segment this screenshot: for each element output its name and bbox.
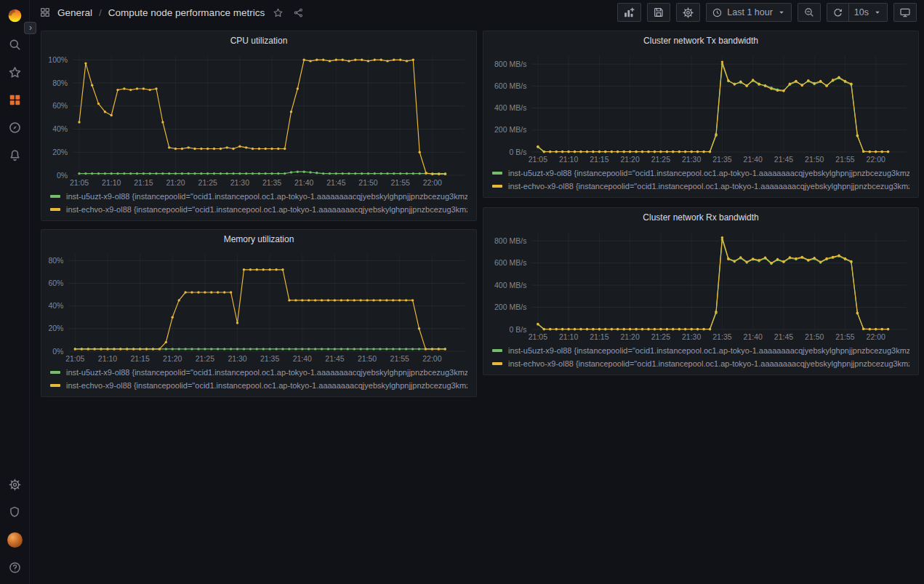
sidebar-expand-button[interactable]: › <box>24 22 36 34</box>
user-avatar <box>7 532 23 548</box>
panel-header[interactable]: Memory utilization <box>41 230 476 249</box>
gear-icon <box>682 7 694 19</box>
svg-text:21:20: 21:20 <box>163 354 182 363</box>
svg-text:21:30: 21:30 <box>682 332 701 341</box>
svg-text:21:10: 21:10 <box>559 155 578 164</box>
panel-title: Cluster network Rx bandwidth <box>643 212 758 223</box>
svg-text:40%: 40% <box>52 124 68 133</box>
bell-icon <box>8 148 22 162</box>
legend-item[interactable]: inst-u5uzt-x9-ol88 {instancepoolid="ocid… <box>50 190 467 203</box>
svg-text:21:40: 21:40 <box>294 178 313 187</box>
apps-grid-icon <box>39 7 51 18</box>
sidebar-item-help[interactable] <box>0 553 29 581</box>
svg-text:600 MB/s: 600 MB/s <box>494 258 526 267</box>
sidebar <box>0 0 30 584</box>
breadcrumb-section[interactable]: General <box>57 7 92 18</box>
svg-text:60%: 60% <box>52 101 68 110</box>
svg-text:0 B/s: 0 B/s <box>509 325 526 334</box>
refresh-interval-label: 10s <box>854 7 869 17</box>
svg-text:20%: 20% <box>48 324 63 332</box>
sidebar-item-alerting[interactable] <box>0 141 29 169</box>
legend-item[interactable]: inst-u5uzt-x9-ol88 {instancepoolid="ocid… <box>492 167 909 180</box>
svg-text:21:45: 21:45 <box>774 332 793 341</box>
sidebar-item-dashboards[interactable] <box>0 86 29 113</box>
save-dashboard-button[interactable] <box>647 3 670 22</box>
time-range-picker[interactable]: Last 1 hour <box>706 3 792 22</box>
svg-text:21:55: 21:55 <box>835 155 854 164</box>
legend-item[interactable]: inst-echvo-x9-ol88 {instancepoolid="ocid… <box>492 357 909 370</box>
breadcrumb-dashboard-title: Compute node performance metrics <box>108 7 265 18</box>
svg-text:22:00: 22:00 <box>867 155 885 164</box>
legend-label: inst-u5uzt-x9-ol88 {instancepoolid="ocid… <box>508 346 909 355</box>
svg-text:21:50: 21:50 <box>358 178 377 187</box>
gear-icon <box>8 478 22 492</box>
panel-header[interactable]: Cluster network Tx bandwidth <box>483 31 918 50</box>
svg-text:600 MB/s: 600 MB/s <box>494 81 526 90</box>
svg-text:60%: 60% <box>48 279 63 287</box>
panel-legend: inst-u5uzt-x9-ol88 {instancepoolid="ocid… <box>483 165 918 197</box>
tv-mode-button[interactable] <box>893 3 917 22</box>
svg-text:100%: 100% <box>48 55 68 64</box>
svg-text:22:00: 22:00 <box>867 332 885 341</box>
dashboards-grid-icon <box>8 93 22 107</box>
share-icon <box>293 7 304 18</box>
cpu-utilization-chart[interactable]: 21:0521:1021:1521:2021:2521:3021:3521:40… <box>47 50 470 188</box>
svg-text:21:30: 21:30 <box>230 178 249 187</box>
caret-down-icon <box>873 8 882 17</box>
svg-text:20%: 20% <box>52 148 68 156</box>
breadcrumb: General / Compute node performance metri… <box>39 7 265 18</box>
sidebar-item-explore[interactable] <box>0 113 29 141</box>
svg-text:400 MB/s: 400 MB/s <box>494 281 526 289</box>
svg-text:40%: 40% <box>48 301 63 310</box>
svg-text:21:45: 21:45 <box>774 155 793 164</box>
legend-item[interactable]: inst-echvo-x9-ol88 {instancepoolid="ocid… <box>492 180 909 193</box>
legend-swatch <box>492 362 502 365</box>
dashboard-settings-button[interactable] <box>676 3 700 22</box>
sidebar-item-configuration[interactable] <box>0 471 29 498</box>
panel-add-icon <box>623 7 635 19</box>
legend-swatch <box>50 371 60 374</box>
network-rx-chart[interactable]: 21:0521:1021:1521:2021:2521:3021:3521:40… <box>489 227 912 343</box>
panel-network-tx-bandwidth: Cluster network Tx bandwidth 21:0521:102… <box>483 31 919 198</box>
share-dashboard-button[interactable] <box>292 6 305 20</box>
sidebar-item-profile[interactable] <box>0 526 29 553</box>
legend-swatch <box>492 349 502 352</box>
star-dashboard-button[interactable] <box>271 6 285 20</box>
star-icon <box>8 65 22 79</box>
add-panel-button[interactable] <box>617 3 641 22</box>
refresh-button[interactable] <box>827 3 849 22</box>
panel-title: Cluster network Tx bandwidth <box>643 36 758 46</box>
legend-label: inst-u5uzt-x9-ol88 {instancepoolid="ocid… <box>508 169 909 177</box>
sidebar-item-search[interactable] <box>0 31 29 58</box>
svg-text:21:30: 21:30 <box>682 155 701 164</box>
zoom-out-button[interactable] <box>798 3 821 22</box>
top-navbar: General / Compute node performance metri… <box>30 0 924 25</box>
svg-text:800 MB/s: 800 MB/s <box>494 236 526 245</box>
grafana-logo-icon <box>7 7 23 24</box>
svg-text:0%: 0% <box>57 171 68 180</box>
svg-text:21:15: 21:15 <box>590 155 608 164</box>
legend-swatch <box>50 208 60 211</box>
legend-label: inst-u5uzt-x9-ol88 {instancepoolid="ocid… <box>66 368 467 377</box>
panel-header[interactable]: CPU utilization <box>41 31 476 50</box>
panel-header[interactable]: Cluster network Rx bandwidth <box>483 208 918 227</box>
svg-text:21:45: 21:45 <box>326 178 345 187</box>
breadcrumb-separator: / <box>99 7 102 18</box>
svg-text:22:00: 22:00 <box>422 354 441 363</box>
network-tx-chart[interactable]: 21:0521:1021:1521:2021:2521:3021:3521:40… <box>489 50 912 165</box>
svg-text:21:50: 21:50 <box>805 332 824 341</box>
legend-swatch <box>492 185 502 188</box>
refresh-interval-dropdown[interactable]: 10s <box>849 3 888 22</box>
svg-text:21:20: 21:20 <box>620 155 639 164</box>
svg-text:21:40: 21:40 <box>744 155 763 164</box>
sidebar-item-starred[interactable] <box>0 58 29 86</box>
legend-item[interactable]: inst-echvo-x9-ol88 {instancepoolid="ocid… <box>50 203 467 216</box>
sidebar-item-server-admin[interactable] <box>0 498 29 526</box>
legend-item[interactable]: inst-u5uzt-x9-ol88 {instancepoolid="ocid… <box>50 366 467 379</box>
memory-utilization-chart[interactable]: 21:0521:1021:1521:2021:2521:3021:3521:40… <box>47 249 470 364</box>
legend-item[interactable]: inst-echvo-x9-ol88 {instancepoolid="ocid… <box>50 379 467 392</box>
svg-text:21:35: 21:35 <box>260 354 279 363</box>
caret-down-icon <box>777 8 786 17</box>
legend-item[interactable]: inst-u5uzt-x9-ol88 {instancepoolid="ocid… <box>492 344 909 357</box>
svg-text:21:45: 21:45 <box>325 354 344 363</box>
